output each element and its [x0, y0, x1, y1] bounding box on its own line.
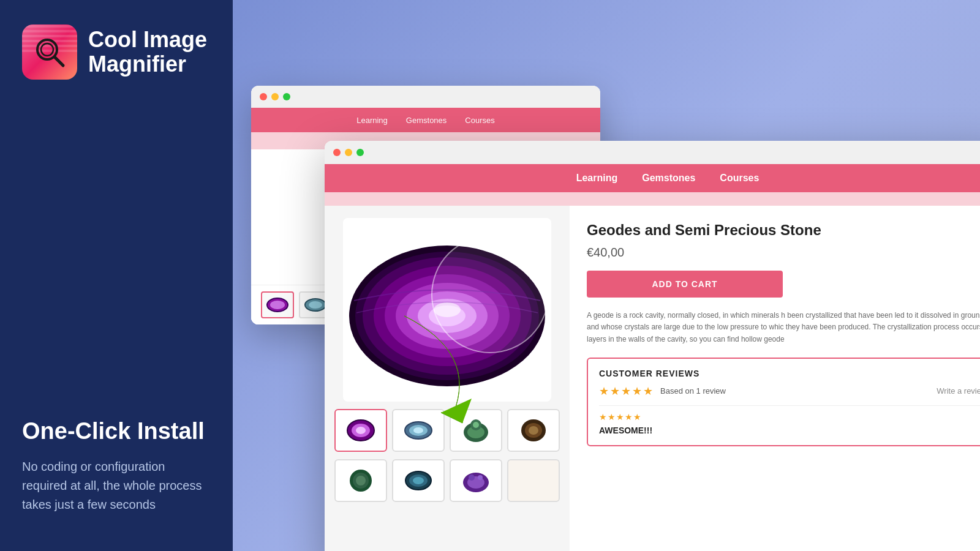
- svg-point-15: [309, 301, 322, 309]
- large-agate-main-svg: [343, 221, 551, 399]
- product-thumb-1[interactable]: [334, 409, 387, 452]
- main-content: Learning Gemstones Courses: [233, 0, 980, 551]
- app-icon: [22, 24, 77, 80]
- large-nav-courses[interactable]: Courses: [720, 173, 759, 184]
- review-item-label: AWESOME!!!: [599, 425, 980, 435]
- thumb7-purple-cluster-icon: [459, 465, 493, 496]
- product-thumb-6[interactable]: [392, 459, 445, 502]
- product-info-col: Geodes and Semi Precious Stone €40,00 AD…: [570, 206, 980, 551]
- svg-point-60: [478, 475, 483, 480]
- large-pink-subbar: [325, 192, 980, 206]
- reviews-title: CUSTOMER REVIEWS: [599, 369, 980, 378]
- svg-point-46: [473, 422, 479, 428]
- write-review-link[interactable]: Write a revie: [937, 386, 980, 395]
- add-to-cart-button[interactable]: ADD TO CART: [587, 271, 783, 298]
- reviews-section: CUSTOMER REVIEWS ★★★★★ Based on 1 review…: [587, 358, 980, 446]
- svg-point-1: [41, 43, 53, 56]
- large-browser-body: Geodes and Semi Precious Stone €40,00 AD…: [325, 206, 980, 551]
- product-title: Geodes and Semi Precious Stone: [587, 220, 980, 239]
- svg-point-49: [529, 426, 538, 435]
- large-nav-learning[interactable]: Learning: [576, 173, 618, 184]
- svg-point-37: [356, 427, 366, 434]
- product-thumbs-row2: [334, 459, 560, 502]
- reviews-based-on: Based on 1 review: [660, 386, 726, 395]
- svg-point-52: [356, 476, 366, 485]
- product-thumb-8[interactable]: [507, 459, 560, 502]
- dot-green: [283, 93, 290, 100]
- dot-yellow: [271, 93, 279, 100]
- review-stars: ★★★★★: [599, 384, 654, 398]
- browser-large: Learning Gemstones Courses: [325, 141, 980, 551]
- product-main-image: [343, 218, 551, 402]
- app-title: Cool Image Magnifier: [88, 28, 211, 76]
- large-titlebar: [325, 141, 980, 164]
- large-dot-yellow: [345, 149, 352, 156]
- svg-point-12: [270, 301, 285, 309]
- bottom-content: One-Click Install No coding or configura…: [22, 418, 211, 527]
- sidebar: Cool Image Magnifier One-Click Install N…: [0, 0, 233, 551]
- large-dot-green: [356, 149, 364, 156]
- thumb-agate-1-icon: [265, 296, 290, 314]
- product-thumb-4[interactable]: [507, 409, 560, 452]
- install-title: One-Click Install: [22, 418, 211, 445]
- small-thumb-1[interactable]: [261, 291, 294, 318]
- thumb6-teal-agate-icon: [402, 465, 435, 496]
- small-browser-nav: Learning Gemstones Courses: [251, 108, 600, 132]
- reviews-summary: ★★★★★ Based on 1 review Write a revie: [599, 384, 980, 398]
- product-desc: A geode is a rock cavity, normally close…: [587, 310, 980, 345]
- thumb-agate-2-icon: [303, 296, 328, 314]
- product-thumb-7[interactable]: [450, 459, 502, 502]
- thumb3-green-agate-icon: [459, 415, 493, 446]
- app-header: Cool Image Magnifier: [22, 24, 211, 80]
- large-dot-red: [333, 149, 341, 156]
- thumb5-green-round-icon: [344, 465, 378, 496]
- svg-line-2: [55, 57, 63, 66]
- review-item-1: ★★★★★ AWESOME!!!: [599, 405, 980, 435]
- small-titlebar: [251, 86, 600, 108]
- svg-point-59: [469, 474, 475, 481]
- thumb4-dark-agate-icon: [517, 415, 551, 446]
- large-nav-gemstones[interactable]: Gemstones: [642, 173, 695, 184]
- product-thumb-3[interactable]: [450, 409, 502, 452]
- svg-point-41: [413, 427, 423, 433]
- svg-point-55: [413, 477, 424, 484]
- product-thumb-2[interactable]: [392, 409, 445, 452]
- small-nav-learning[interactable]: Learning: [356, 116, 388, 125]
- large-browser-nav: Learning Gemstones Courses: [325, 164, 980, 192]
- small-nav-gemstones[interactable]: Gemstones: [406, 116, 447, 125]
- product-price: €40,00: [587, 246, 980, 260]
- thumb1-agate-icon: [344, 415, 378, 446]
- small-nav-courses[interactable]: Courses: [465, 116, 494, 125]
- product-images-col: [325, 206, 570, 551]
- product-thumbs-row1: [334, 409, 560, 452]
- install-desc: No coding or configuration required at a…: [22, 457, 211, 514]
- thumb2-blue-agate-icon: [402, 415, 435, 446]
- dot-red: [260, 93, 267, 100]
- product-thumb-5[interactable]: [334, 459, 387, 502]
- magnifier-icon: [34, 36, 66, 68]
- review-item-stars: ★★★★★: [599, 412, 980, 422]
